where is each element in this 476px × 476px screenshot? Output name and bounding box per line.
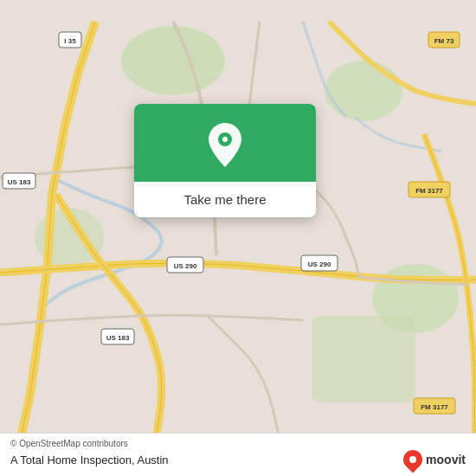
moovit-brand-text: moovit <box>426 453 466 466</box>
svg-text:US 183: US 183 <box>8 178 31 186</box>
moovit-icon <box>400 446 427 473</box>
map-background: I 35 US 183 US 183 US 290 US 290 FM 73 F… <box>0 0 476 476</box>
svg-text:US 290: US 290 <box>308 261 331 268</box>
svg-text:FM 73: FM 73 <box>434 37 454 45</box>
location-name-text: A Total Home Inspection, Austin <box>10 453 169 466</box>
location-popup: Take me there <box>134 104 316 217</box>
svg-text:FM 3177: FM 3177 <box>421 403 448 411</box>
svg-point-2 <box>325 61 402 121</box>
bottom-bar: © OpenStreetMap contributors A Total Hom… <box>0 433 476 476</box>
svg-text:US 183: US 183 <box>106 334 130 342</box>
moovit-logo[interactable]: moovit <box>403 450 466 469</box>
popup-header <box>134 104 316 182</box>
svg-point-1 <box>121 26 225 95</box>
svg-text:FM 3177: FM 3177 <box>415 187 443 195</box>
take-me-there-button[interactable]: Take me there <box>134 182 316 217</box>
svg-point-23 <box>222 137 228 142</box>
map-pin-icon <box>206 121 244 169</box>
svg-text:US 290: US 290 <box>174 262 197 270</box>
location-info: A Total Home Inspection, Austin moovit <box>10 450 466 469</box>
attribution-text: © OpenStreetMap contributors <box>10 439 466 448</box>
map-container: I 35 US 183 US 183 US 290 US 290 FM 73 F… <box>0 0 476 476</box>
svg-rect-5 <box>312 316 415 402</box>
svg-text:I 35: I 35 <box>64 37 76 45</box>
